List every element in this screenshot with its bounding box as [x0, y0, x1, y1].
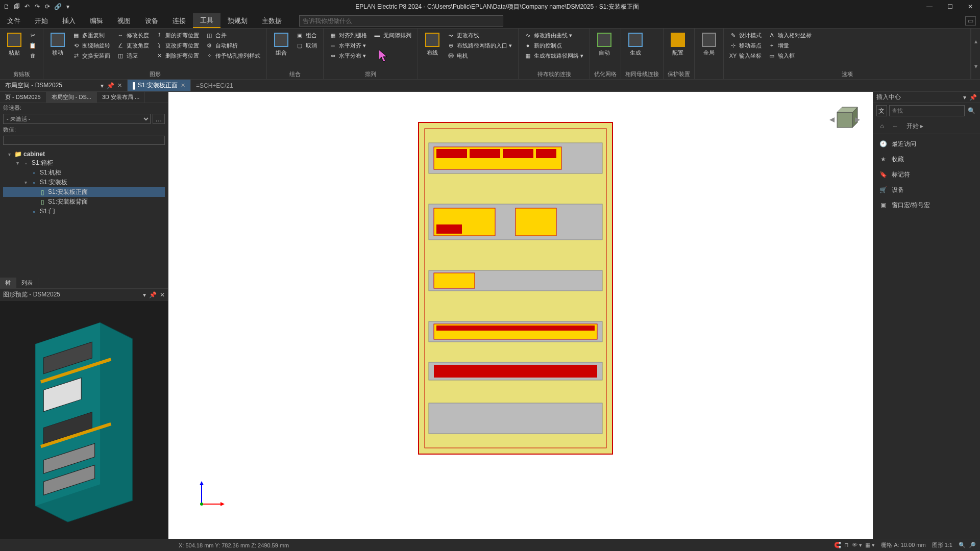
- menu-view[interactable]: 视图: [110, 13, 138, 28]
- item-tags[interactable]: 🔖标记符: [873, 167, 980, 182]
- hdist-button[interactable]: ⇔水平分布 ▾: [328, 51, 369, 60]
- motor-button[interactable]: Ⓜ电机: [446, 51, 514, 60]
- tree-toggle-icon[interactable]: ▾: [14, 160, 20, 166]
- qat-undo-icon[interactable]: ↶: [22, 2, 32, 11]
- rel-coord-button[interactable]: Δ输入相对坐标: [767, 31, 814, 40]
- qat-new-icon[interactable]: 🗋: [2, 2, 11, 11]
- tree-node-panel-front[interactable]: ▯S1:安装板正面: [3, 187, 165, 197]
- item-macros[interactable]: ▣窗口宏/符号宏: [873, 197, 980, 213]
- new-control-point-button[interactable]: ●新的控制点: [523, 41, 585, 50]
- copy-button[interactable]: 📋: [28, 41, 39, 50]
- subgroup-button[interactable]: ▣组合: [295, 31, 319, 40]
- nav-home-icon[interactable]: ⌂: [876, 120, 888, 132]
- route-button[interactable]: 布线: [422, 31, 443, 58]
- qat-open-icon[interactable]: 🗐: [12, 2, 21, 11]
- qat-link-icon[interactable]: 🔗: [53, 2, 62, 11]
- tree-node-panel-back[interactable]: ▯S1:安装板背面: [3, 197, 165, 207]
- change-length-button[interactable]: ↔修改长度: [115, 31, 151, 40]
- input-box-button[interactable]: ▭输入框: [767, 51, 814, 60]
- menu-tools[interactable]: 工具: [193, 13, 220, 28]
- item-recent[interactable]: 🕘最近访问: [873, 136, 980, 152]
- config-button[interactable]: 配置: [668, 31, 688, 58]
- increment-button[interactable]: +增量: [767, 41, 814, 50]
- tree-toggle-icon[interactable]: ▾: [22, 180, 29, 185]
- halign-button[interactable]: ═水平对齐 ▾: [328, 41, 369, 50]
- tab-layout-space[interactable]: 布局空间 - DS...: [46, 92, 97, 103]
- tab-pin-icon[interactable]: 📌: [107, 82, 114, 89]
- tab-dropdown-icon[interactable]: ▾: [101, 82, 104, 89]
- input-coord-button[interactable]: XY输入坐标: [728, 51, 764, 60]
- menu-start[interactable]: 开始: [28, 13, 55, 28]
- nav-back-icon[interactable]: ←: [890, 120, 901, 132]
- global-button[interactable]: 全局: [699, 31, 719, 58]
- paste-button[interactable]: 粘贴: [4, 31, 24, 58]
- search-glyph-button[interactable]: 文: [876, 105, 887, 116]
- tree-node-cabinet[interactable]: ▾📁cabinet: [3, 150, 165, 158]
- tab-3d-layout[interactable]: 3D 安装布局 ...: [97, 92, 145, 103]
- panel-pin-icon[interactable]: 📌: [969, 94, 977, 101]
- tree-node-door[interactable]: ▫S1:门: [3, 207, 165, 216]
- delete-button[interactable]: 🗑: [28, 51, 39, 60]
- menu-device[interactable]: 设备: [138, 13, 165, 28]
- modify-route-curve-button[interactable]: ∿修改路由曲线 ▾: [523, 31, 585, 40]
- new-bend-button[interactable]: ⤴新的折弯位置: [154, 31, 201, 40]
- tree-node-enclosure[interactable]: ▾▫S1:箱柜: [3, 158, 165, 168]
- ribbon-collapse-icon[interactable]: ▭: [965, 16, 976, 26]
- preview-viewport[interactable]: [0, 300, 168, 539]
- menu-edit[interactable]: 编辑: [83, 13, 110, 28]
- tab-close-icon[interactable]: ✕: [117, 82, 122, 89]
- design-mode-button[interactable]: ✎设计模式: [728, 31, 764, 40]
- tree-node-cabinet-body[interactable]: ▫S1:机柜: [3, 168, 165, 178]
- merge-button[interactable]: ◫合并: [204, 31, 262, 40]
- tab-pages[interactable]: 页 - DSM2025: [0, 92, 46, 103]
- generate-button[interactable]: 生成: [625, 31, 646, 58]
- filter-more-button[interactable]: …: [153, 114, 165, 124]
- item-favorites[interactable]: ★收藏: [873, 152, 980, 167]
- insert-search-input[interactable]: [889, 105, 965, 116]
- tab-mounting-panel-front[interactable]: ▌ S1:安装板正面 ✕: [128, 80, 191, 91]
- status-magnet-icon[interactable]: 🧲: [834, 542, 841, 548]
- maximize-button[interactable]: ☐: [942, 3, 958, 10]
- status-zoom-out-icon[interactable]: 🔍: [959, 542, 966, 548]
- drill-pattern-button[interactable]: ⁘传予钻孔排列样式: [204, 51, 262, 60]
- ungroup-button[interactable]: ▢取消: [295, 41, 319, 50]
- menu-connect[interactable]: 连接: [165, 13, 193, 28]
- qat-redo-icon[interactable]: ↷: [33, 2, 42, 11]
- tab-close-icon[interactable]: ✕: [181, 82, 185, 89]
- qat-refresh-icon[interactable]: ⟳: [43, 2, 52, 11]
- change-angle-button[interactable]: ∠更改角度: [115, 41, 151, 50]
- tell-me-input[interactable]: [299, 15, 503, 27]
- ribbon-scroll-down[interactable]: ▾: [971, 54, 980, 80]
- cut-button[interactable]: ✂: [28, 31, 39, 40]
- viewport[interactable]: [168, 92, 873, 539]
- multi-copy-button[interactable]: ▦多重复制: [71, 31, 112, 40]
- menu-master-data[interactable]: 主数据: [255, 13, 289, 28]
- adapt-button[interactable]: ◫适应: [115, 51, 151, 60]
- change-bend-button[interactable]: ⤵更改折弯位置: [154, 41, 201, 50]
- preview-close-icon[interactable]: ✕: [160, 291, 165, 298]
- preview-dropdown-icon[interactable]: ▾: [143, 291, 146, 298]
- status-grid-icon[interactable]: ▦ ▾: [865, 542, 875, 548]
- delete-bend-button[interactable]: ✕删除折弯位置: [154, 51, 201, 60]
- close-button[interactable]: ✕: [963, 3, 978, 10]
- change-route-button[interactable]: ↝更改布线: [446, 31, 514, 40]
- tell-me-search[interactable]: [299, 13, 503, 28]
- tab-tree[interactable]: 树: [0, 278, 16, 288]
- qat-more-icon[interactable]: ▾: [63, 2, 72, 11]
- tab-list[interactable]: 列表: [16, 278, 38, 288]
- tab-layout-space[interactable]: 布局空间 - DSM2025 ▾📌✕: [0, 80, 128, 91]
- move-base-button[interactable]: ⊹移动基点: [728, 41, 764, 50]
- tree-node-mounting-panel[interactable]: ▾▫S1:安装板: [3, 178, 165, 187]
- status-snap-icon[interactable]: ⊓: [844, 542, 849, 548]
- ribbon-scroll-up[interactable]: ▴: [971, 29, 980, 54]
- status-visibility-icon[interactable]: 👁 ▾: [852, 542, 862, 548]
- route-net-entry-button[interactable]: ⊕布线路径网络的入口 ▾: [446, 41, 514, 50]
- nav-current[interactable]: 开始 ▸: [903, 120, 927, 132]
- menu-preplanning[interactable]: 预规划: [220, 13, 255, 28]
- preview-pin-icon[interactable]: 📌: [149, 291, 157, 298]
- align-grid-button[interactable]: ▦对齐到栅格: [328, 31, 369, 40]
- status-zoom-in-icon[interactable]: 🔎: [969, 542, 976, 548]
- search-go-button[interactable]: 🔍: [967, 105, 977, 116]
- value-input[interactable]: [3, 136, 165, 145]
- rotate-axis-button[interactable]: ⟲围绕轴旋转: [71, 41, 112, 50]
